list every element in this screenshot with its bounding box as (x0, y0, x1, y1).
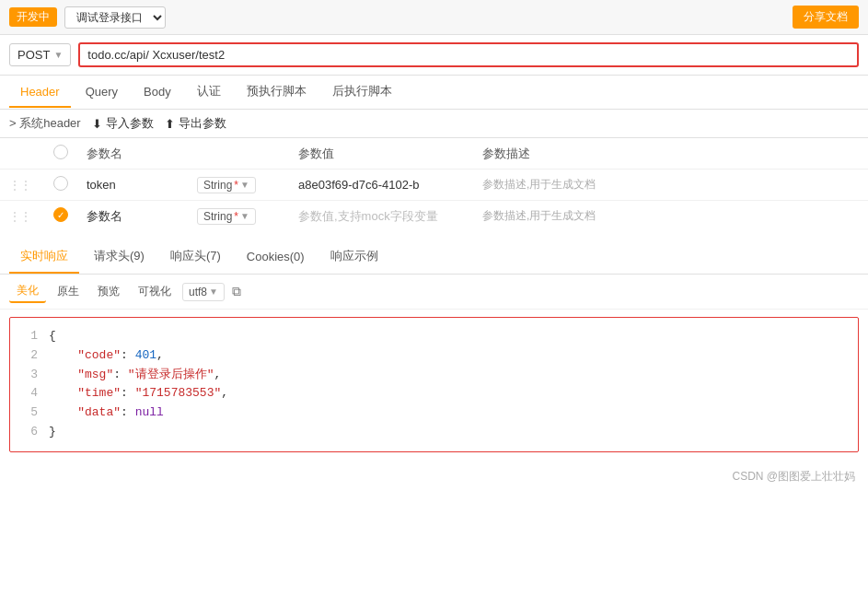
line-content-1: { (49, 327, 56, 346)
code-line-1: 1 { (23, 327, 845, 346)
beautify-button[interactable]: 美化 (9, 280, 46, 303)
line-num-5: 5 (23, 403, 38, 423)
line-content-4: "time": "1715783553", (49, 384, 228, 403)
system-header-toggle[interactable]: > 系统header (9, 115, 81, 132)
code-line-4: 4 "time": "1715783553", (23, 384, 845, 403)
system-header-label: > 系统header (9, 115, 81, 132)
row2-value-placeholder[interactable]: 参数值,支持mock字段变量 (298, 209, 438, 223)
tab-cookies[interactable]: Cookies(0) (236, 242, 316, 273)
encoding-label: utf8 (189, 286, 207, 298)
params-table: 参数名 参数值 参数描述 ⋮⋮ token String * ▼ (0, 138, 868, 231)
tab-pre-script[interactable]: 预执行脚本 (236, 76, 318, 109)
line-num-6: 6 (23, 423, 38, 442)
url-input[interactable]: todo.cc/api/ Xcxuser/test2 (78, 42, 859, 67)
code-line-6: 6 } (23, 423, 845, 442)
response-section: 实时响应 请求头(9) 响应头(7) Cookies(0) 响应示例 美化 原生… (0, 240, 868, 452)
row1-checkbox[interactable] (53, 176, 68, 191)
row2-checkbox[interactable] (53, 207, 68, 222)
export-label: 导出参数 (179, 115, 226, 132)
col-header-desc: 参数描述 (473, 138, 868, 170)
type-arrow-icon: ▼ (240, 211, 249, 221)
drag-handle-icon[interactable]: ⋮⋮ (9, 210, 31, 223)
method-label: POST (17, 48, 50, 62)
import-icon: ⬇ (92, 117, 102, 131)
view-toolbar: 美化 原生 预览 可视化 utf8 ▼ ⧉ (0, 275, 868, 310)
top-bar: 开发中 调试登录接口 分享文档 (0, 0, 868, 35)
line-content-5: "data": null (49, 403, 164, 423)
col-header-name: 参数名 (77, 138, 188, 170)
method-arrow-icon: ▼ (53, 50, 63, 60)
tab-response-example[interactable]: 响应示例 (319, 240, 389, 274)
required-star: * (234, 179, 238, 192)
export-icon: ⬆ (165, 117, 175, 131)
row2-type[interactable]: String * ▼ (197, 208, 256, 225)
col-header-value: 参数值 (289, 138, 473, 170)
visual-button[interactable]: 可视化 (131, 281, 179, 302)
row2-name[interactable]: 参数名 (77, 201, 188, 232)
tab-query[interactable]: Query (75, 77, 129, 108)
line-num-2: 2 (23, 346, 38, 366)
code-line-3: 3 "msg": "请登录后操作", (23, 366, 845, 385)
request-tabs: Header Query Body 认证 预执行脚本 后执行脚本 (0, 76, 868, 110)
import-label: 导入参数 (106, 115, 154, 132)
tab-header[interactable]: Header (9, 77, 71, 108)
watermark: CSDN @图图爱上壮壮妈 (0, 460, 868, 494)
tab-realtime-response[interactable]: 实时响应 (9, 240, 79, 274)
raw-button[interactable]: 原生 (50, 281, 87, 302)
table-row: ⋮⋮ 参数名 String * ▼ 参数值,支持mock字段变量 参数描述,用于… (0, 201, 868, 232)
row1-value[interactable]: a8e03f69-d7c6-4102-b (289, 170, 473, 201)
row1-type[interactable]: String * ▼ (197, 177, 256, 193)
drag-handle-icon[interactable]: ⋮⋮ (9, 179, 31, 192)
encoding-arrow-icon: ▼ (209, 286, 218, 297)
preview-button[interactable]: 预览 (90, 281, 127, 302)
tab-post-script[interactable]: 后执行脚本 (321, 76, 403, 109)
import-params-button[interactable]: ⬇ 导入参数 (92, 115, 154, 132)
env-select[interactable]: 调试登录接口 (64, 6, 166, 29)
response-tabs: 实时响应 请求头(9) 响应头(7) Cookies(0) 响应示例 (0, 240, 868, 275)
row1-name[interactable]: token (77, 170, 188, 201)
line-num-3: 3 (23, 366, 38, 385)
sub-toolbar: > 系统header ⬇ 导入参数 ⬆ 导出参数 (0, 110, 868, 138)
url-bar: POST ▼ todo.cc/api/ Xcxuser/test2 (0, 35, 868, 76)
tab-body[interactable]: Body (133, 77, 182, 108)
tab-response-headers[interactable]: 响应头(7) (159, 240, 232, 274)
table-row: ⋮⋮ token String * ▼ a8e03f69-d7c6-4102-b… (0, 170, 868, 201)
required-star: * (234, 210, 238, 223)
export-params-button[interactable]: ⬆ 导出参数 (165, 115, 226, 132)
status-badge: 开发中 (9, 7, 57, 27)
response-code-block: 1 { 2 "code": 401, 3 "msg": "请登录后操作", 4 … (9, 317, 859, 452)
select-all-checkbox[interactable] (53, 145, 68, 159)
copy-button[interactable]: ⧉ (228, 282, 245, 301)
type-arrow-icon: ▼ (240, 180, 249, 190)
method-select[interactable]: POST ▼ (9, 43, 71, 66)
tab-auth[interactable]: 认证 (186, 76, 232, 109)
params-table-wrapper: 参数名 参数值 参数描述 ⋮⋮ token String * ▼ (0, 138, 868, 231)
line-num-1: 1 (23, 327, 38, 346)
line-content-3: "msg": "请登录后操作", (49, 366, 221, 385)
line-content-2: "code": 401, (49, 346, 164, 366)
line-num-4: 4 (23, 384, 38, 403)
encoding-select[interactable]: utf8 ▼ (182, 283, 225, 301)
row1-desc: 参数描述,用于生成文档 (482, 178, 596, 191)
line-content-6: } (49, 423, 56, 442)
tab-request-headers[interactable]: 请求头(9) (83, 240, 156, 274)
code-line-5: 5 "data": null (23, 403, 845, 423)
code-line-2: 2 "code": 401, (23, 346, 845, 366)
row2-desc: 参数描述,用于生成文档 (482, 209, 596, 222)
share-button[interactable]: 分享文档 (793, 6, 859, 29)
